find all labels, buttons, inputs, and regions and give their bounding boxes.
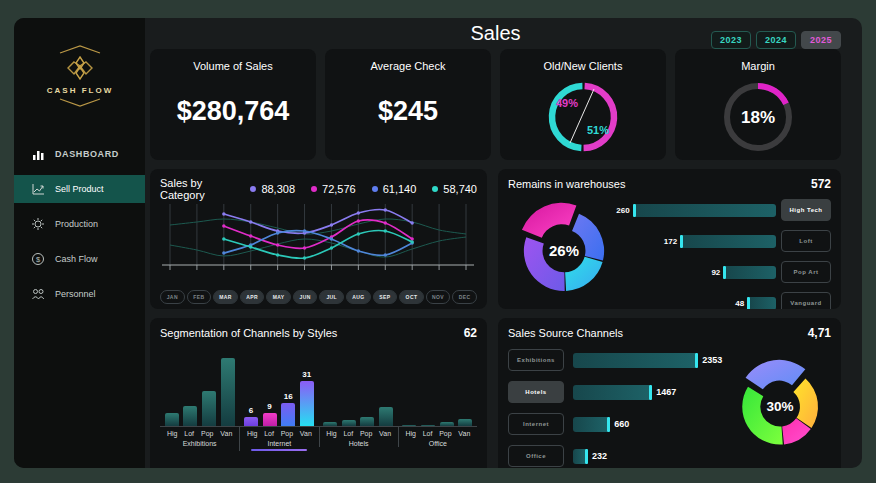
bar-label: Pop <box>281 430 293 437</box>
month-pill-jun[interactable]: JUN <box>293 290 318 304</box>
page-header: Sales 202320242025 <box>150 22 841 45</box>
year-button-2024[interactable]: 2024 <box>756 31 796 49</box>
bar-value: 172 <box>664 237 677 246</box>
sidebar-item-personnel[interactable]: Personnel <box>14 280 145 308</box>
segment-group-office: HigLofPopVanOffice <box>398 356 477 451</box>
style-button-high-tech[interactable]: High Tech <box>781 199 831 221</box>
bar-label: Van <box>220 430 232 437</box>
channel-row: Exhibitions2353 <box>508 349 722 371</box>
svg-text:51%: 51% <box>587 124 609 136</box>
panel-header: Sales Source Channels 4,71 <box>508 326 831 340</box>
svg-text:CASH FLOW: CASH FLOW <box>46 86 112 95</box>
bar-value: 48 <box>735 299 744 308</box>
bar-value: 260 <box>616 206 629 215</box>
sidebar: CASH FLOW DASHBOARDSell ProductProductio… <box>14 18 145 468</box>
bar-labels: HigLofPopVan <box>399 427 477 438</box>
style-button-loft[interactable]: Loft <box>781 230 831 252</box>
sidebar-item-label: Personnel <box>55 289 96 299</box>
group-bars: 691631 <box>239 356 318 426</box>
legend-dot <box>250 186 256 192</box>
year-button-2025[interactable]: 2025 <box>801 31 841 49</box>
middle-row: Sales by Category 88,30872,57661,14058,7… <box>150 169 841 309</box>
logo: CASH FLOW <box>34 44 126 112</box>
card-title: Volume of Sales <box>193 60 273 72</box>
channel-button-office[interactable]: Office <box>508 445 564 467</box>
month-pill-jul[interactable]: JUL <box>319 290 344 304</box>
segment-bar: 16 <box>281 403 295 426</box>
group-axis: HigLofPopVanHotels <box>319 426 398 447</box>
sidebar-item-production[interactable]: Production <box>14 210 145 238</box>
sidebar-item-dashboard[interactable]: DASHBOARD <box>14 140 145 168</box>
segment-bar <box>342 420 356 426</box>
bar-cap <box>607 417 610 432</box>
warehouse-row: 92Pop Art <box>616 261 831 283</box>
group-bars <box>319 356 398 426</box>
warehouse-row: 48Vanguard <box>616 292 831 309</box>
month-pill-may[interactable]: MAY <box>266 290 291 304</box>
bar-fill <box>683 235 776 248</box>
margin-card: Margin 18% <box>675 49 841 160</box>
channel-button-hotels[interactable]: Hotels <box>508 381 564 403</box>
svg-text:30%: 30% <box>767 399 794 414</box>
channel-button-internet[interactable]: Internet <box>508 413 564 435</box>
bar-labels: HigLofPopVan <box>160 427 239 438</box>
channel-button-exhibitions[interactable]: Exhibitions <box>508 349 564 371</box>
bar-value: 1467 <box>656 387 676 397</box>
group-bars <box>398 356 477 426</box>
month-pill-aug[interactable]: AUG <box>346 290 371 304</box>
channel-bar: 232 <box>573 449 607 464</box>
month-pill-oct[interactable]: OCT <box>399 290 424 304</box>
segment-bar <box>379 407 393 426</box>
average-check-value: $245 <box>378 72 438 160</box>
legend-item: 88,308 <box>250 183 295 195</box>
volume-of-sales-value: $280,764 <box>177 72 290 160</box>
segment-group-hotels: HigLofPopVanHotels <box>319 356 398 451</box>
month-pill-feb[interactable]: FEB <box>187 290 212 304</box>
month-pill-apr[interactable]: APR <box>240 290 265 304</box>
sales-source-total: 4,71 <box>808 326 831 340</box>
warehouse-bar: 48 <box>616 297 776 310</box>
bar-value: 660 <box>614 419 629 429</box>
group-name: Office <box>399 438 477 447</box>
group-name: Hotels <box>320 438 398 447</box>
channel-bar: 1467 <box>573 385 676 400</box>
bar-value: 92 <box>711 268 720 277</box>
bar-labels: HigLofPopVan <box>320 427 398 438</box>
category-legend: 88,30872,57661,14058,740 <box>250 183 477 195</box>
sidebar-item-label: Sell Product <box>55 184 104 194</box>
sales-by-category-line-chart <box>160 201 476 283</box>
segment-bar: 6 <box>244 417 258 426</box>
month-pill-dec[interactable]: DEC <box>452 290 477 304</box>
kpi-row: Volume of Sales $280,764 Average Check $… <box>150 49 841 160</box>
month-pill-sep[interactable]: SEP <box>373 290 398 304</box>
segment-bar <box>458 419 472 426</box>
month-pill-mar[interactable]: MAR <box>213 290 238 304</box>
year-button-2023[interactable]: 2023 <box>711 31 751 49</box>
group-name[interactable]: Internet <box>240 438 318 447</box>
segment-bar: 31 <box>300 381 314 426</box>
month-pill-jan[interactable]: JAN <box>160 290 185 304</box>
sidebar-item-cash-flow[interactable]: $Cash Flow <box>14 245 145 273</box>
channel-row: Office232 <box>508 445 722 467</box>
bar-label: Hig <box>247 430 258 437</box>
legend-dot <box>311 186 317 192</box>
average-check-card: Average Check $245 <box>325 49 491 160</box>
legend-item: 61,140 <box>372 183 417 195</box>
segment-bar: 9 <box>263 413 277 426</box>
bar-fill <box>636 204 776 217</box>
channel-row: Hotels1467 <box>508 381 722 403</box>
svg-text:26%: 26% <box>549 242 579 259</box>
segment-bar <box>183 406 197 426</box>
svg-text:18%: 18% <box>741 108 775 127</box>
bar-label: Hig <box>167 430 178 437</box>
sidebar-item-sell-product[interactable]: Sell Product <box>14 175 145 203</box>
sales-by-category-header: Sales by Category 88,30872,57661,14058,7… <box>160 177 477 201</box>
month-pill-nov[interactable]: NOV <box>426 290 451 304</box>
bar-label: Van <box>300 430 312 437</box>
bar-label: Hig <box>326 430 337 437</box>
channel-row: Internet660 <box>508 413 722 435</box>
panel-header: Segmentation of Channels by Styles 62 <box>160 326 477 340</box>
style-button-pop-art[interactable]: Pop Art <box>781 261 831 283</box>
svg-text:$: $ <box>36 255 41 264</box>
style-button-vanguard[interactable]: Vanguard <box>781 292 831 309</box>
